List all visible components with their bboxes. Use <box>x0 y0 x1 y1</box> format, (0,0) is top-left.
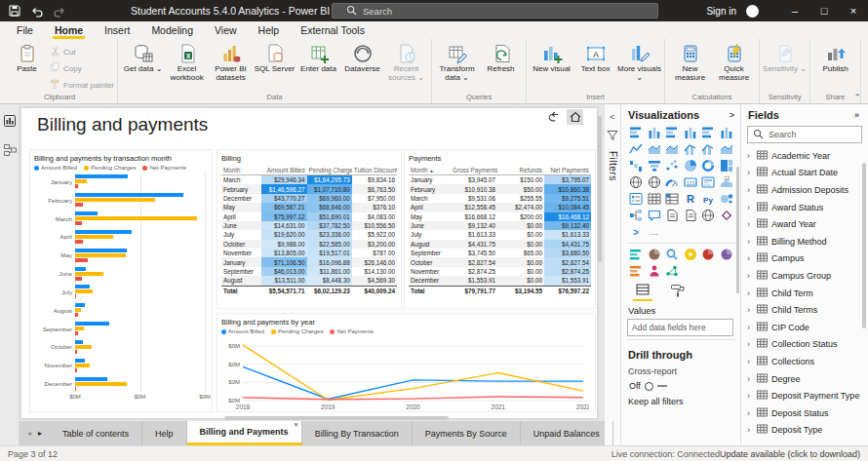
page-tab-payments-by-source[interactable]: Payments By Source <box>413 421 521 445</box>
cut-button[interactable]: Cut <box>49 45 114 58</box>
bar-net-payments[interactable] <box>75 221 82 225</box>
custom-visual-6[interactable] <box>718 246 736 262</box>
field-table-billing-method[interactable]: ›Billing Method <box>747 233 862 250</box>
prev-page-icon[interactable]: ◂ <box>27 429 31 438</box>
visual-qa-visual[interactable] <box>646 207 664 223</box>
power-bi-datasets-button[interactable]: Power BI datasets <box>209 41 253 82</box>
custom-visual-2[interactable] <box>646 246 664 262</box>
expand-chevron-icon[interactable]: › <box>747 408 753 418</box>
visual-100-stacked-column-chart[interactable] <box>718 124 736 140</box>
column-header-tuition-discounts[interactable]: Tuition Discounts <box>352 165 397 175</box>
payments-table-visual[interactable]: Payments Month ▲Gross PaymentsRefundsNet… <box>404 149 596 309</box>
bar-net-payments[interactable] <box>75 240 83 244</box>
bar-pending-charges[interactable] <box>75 382 127 386</box>
table-row[interactable]: April$12,558.45$2,474.00$10,084.45 <box>409 203 591 211</box>
visual-r-script-visual[interactable]: R <box>682 190 700 207</box>
visual-area-chart[interactable] <box>646 140 664 157</box>
visual-pie-chart[interactable] <box>682 157 700 173</box>
visual-decomposition-tree[interactable] <box>627 207 646 223</box>
column-header-amount-billed[interactable]: Amount Billed <box>261 165 306 175</box>
bar-group-january[interactable]: January <box>34 173 205 191</box>
visual-donut-chart[interactable] <box>699 157 718 173</box>
bar-amount-billed[interactable] <box>75 340 83 344</box>
canvas-horizontal-scrollbar[interactable] <box>224 416 449 420</box>
visual-table[interactable] <box>646 190 664 207</box>
table-row[interactable]: March$29,946.34$1,64,295.73$9,834.16 <box>221 175 397 185</box>
visual-stacked-column-chart[interactable] <box>646 124 664 140</box>
paste-button[interactable]: Paste <box>5 41 49 74</box>
bar-net-payments[interactable] <box>75 258 88 262</box>
expand-filters-icon[interactable]: < <box>610 112 614 122</box>
visual-waterfall-chart[interactable] <box>627 157 646 173</box>
bar-pending-charges[interactable] <box>75 345 92 349</box>
bar-pending-charges[interactable] <box>75 364 90 367</box>
expand-chevron-icon[interactable]: › <box>747 425 753 435</box>
expand-chevron-icon[interactable]: › <box>747 357 753 366</box>
bar-group-may[interactable]: May <box>34 246 205 264</box>
sql-server-button[interactable]: SQL Server <box>253 41 296 74</box>
bar-pending-charges[interactable] <box>75 308 81 312</box>
dataverse-button[interactable]: Dataverse <box>340 41 384 74</box>
expand-chevron-icon[interactable]: › <box>747 374 753 384</box>
menu-help[interactable]: Help <box>248 22 291 39</box>
visual-arcgis-map[interactable] <box>699 207 718 223</box>
column-header-pending-charges[interactable]: Pending Charges ▼ <box>307 165 352 175</box>
visual-100-stacked-bar-chart[interactable] <box>699 124 718 140</box>
visual-map[interactable] <box>627 173 646 190</box>
table-row[interactable]: October$2,827.54$0.00$2,827.54 <box>409 257 591 266</box>
close-button[interactable]: × <box>839 0 868 21</box>
field-table-actual-start-date[interactable]: ›Actual Start Date <box>747 165 862 182</box>
bar-amount-billed[interactable] <box>75 359 85 363</box>
bar-amount-billed[interactable] <box>75 174 128 178</box>
format-painter-button[interactable]: Format painter <box>49 78 114 92</box>
canvas-vertical-scrollbar[interactable] <box>598 116 602 262</box>
table-row[interactable]: August$4,431.75$0.00$4,431.75 <box>409 240 591 249</box>
table-row[interactable]: July$19,620.00$23,336.00$5,922.00 <box>221 230 397 239</box>
table-row[interactable]: February$10,910.38$50.00$10,860.38 <box>409 184 591 193</box>
page-tab-table-of-contents[interactable]: Table of contents <box>50 421 142 445</box>
visual-power-apps-visual[interactable]: > <box>627 223 646 240</box>
bar-pending-charges[interactable] <box>75 235 113 239</box>
table-row[interactable]: December$43,770.27$69,960.00$7,950.00 <box>221 194 397 203</box>
table-row[interactable]: March$9,531.06$255.55$9,275.51 <box>409 194 591 203</box>
home-icon[interactable] <box>567 109 583 125</box>
bar-group-june[interactable]: June <box>34 264 205 283</box>
recent-sources-button[interactable]: Recent sources ⌄ <box>384 41 428 82</box>
bar-group-august[interactable]: August <box>34 301 205 320</box>
bar-amount-billed[interactable] <box>75 322 109 326</box>
visual-card[interactable]: 123 <box>682 173 700 190</box>
page-tab-billing-by-transaction[interactable]: Billing By Transaction <box>302 421 413 445</box>
table-row[interactable]: August$13,511.00$8,448.30$4,569.30 <box>221 276 397 286</box>
expand-chevron-icon[interactable]: › <box>747 203 753 212</box>
field-table-award-year[interactable]: ›Award Year <box>747 215 862 233</box>
field-table-cip-code[interactable]: ›CIP Code <box>747 319 862 336</box>
page-tab-unpaid-balances[interactable]: Unpaid Balances <box>521 421 613 445</box>
table-row[interactable]: January$3,945.07$150.00$3,795.07 <box>409 175 591 185</box>
menu-insert[interactable]: Insert <box>94 22 140 39</box>
bar-group-december[interactable]: December <box>34 374 205 393</box>
bar-group-november[interactable]: November <box>34 356 205 374</box>
field-table-deposit-type[interactable]: ›Deposit Type <box>747 422 862 440</box>
quick-measure-button[interactable]: Quick measure <box>712 41 756 82</box>
fields-search-box[interactable] <box>747 126 862 143</box>
field-table-child-term[interactable]: ›Child Term <box>747 285 862 302</box>
bar-amount-billed[interactable] <box>75 285 90 288</box>
model-view-button[interactable] <box>3 143 17 159</box>
bar-amount-billed[interactable] <box>75 303 85 307</box>
table-row[interactable]: June$9,132.40$0.00$9,132.40 <box>409 221 591 230</box>
visual-power-automate[interactable] <box>718 207 736 223</box>
bar-net-payments[interactable] <box>75 294 76 298</box>
expand-chevron-icon[interactable]: › <box>747 253 753 263</box>
column-header-month[interactable]: Month ▲ <box>409 165 451 175</box>
visual-clustered-bar-chart[interactable] <box>663 124 682 140</box>
visual-filled-map[interactable] <box>646 173 664 190</box>
more-visuals-button[interactable]: More visuals ⌄ <box>617 41 661 82</box>
bar-pending-charges[interactable] <box>75 253 126 257</box>
transform-data-button[interactable]: Transform data ⌄ <box>435 41 479 82</box>
table-row[interactable]: June$14,631.00$37,782.50$10,556.50 <box>221 221 397 230</box>
fields-search-input[interactable] <box>769 130 854 139</box>
sign-in-button[interactable]: Sign in <box>706 6 736 17</box>
field-table-deposit-status[interactable]: ›Deposit Status <box>747 404 862 422</box>
undo-icon[interactable] <box>30 4 44 18</box>
expand-chevron-icon[interactable]: › <box>747 219 753 229</box>
